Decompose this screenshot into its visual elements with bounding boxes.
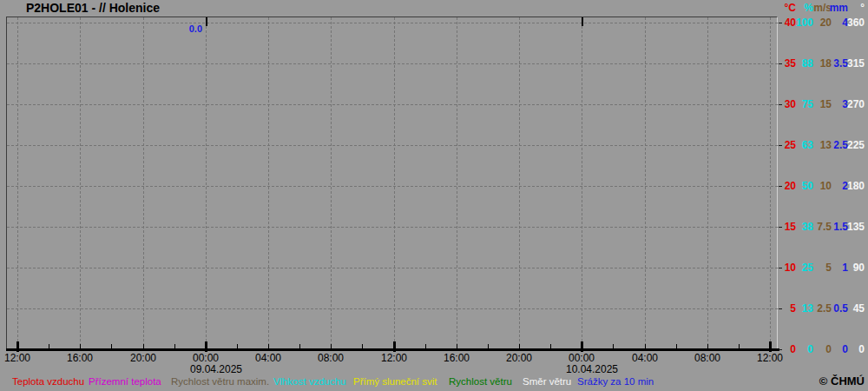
x-date-label: 09.04.2025 (181, 363, 251, 375)
axis-tick-minor (550, 344, 551, 349)
legend-item: Rychlost větru (449, 376, 512, 387)
gridline-vertical (143, 17, 144, 348)
gridline-vertical (707, 17, 708, 348)
axis-tick-major (393, 341, 396, 352)
axis-tick-minor (425, 344, 426, 349)
x-tick-label: 12:00 (0, 352, 36, 364)
x-tick-label: 04:00 (249, 352, 287, 364)
x-tick-label: 12:00 (375, 352, 413, 364)
axis-tick-minor (331, 344, 332, 349)
gridline-vertical (457, 17, 457, 348)
axis-tick-minor (645, 344, 646, 349)
gridline-horizontal (7, 104, 778, 105)
x-tick-label: 16:00 (437, 352, 476, 364)
legend-item: Rychlost větru maxim. (171, 376, 269, 387)
x-tick-label: 00:00 (562, 352, 601, 364)
gridline-horizontal (7, 308, 778, 309)
gridline-vertical (519, 17, 520, 348)
gridline-vertical (331, 17, 332, 348)
axis-tick-minor (739, 344, 740, 349)
legend-item: Vlhkost vzduchu (273, 376, 346, 387)
axis-tick-minor (174, 344, 175, 349)
axis-tick-minor (519, 344, 520, 349)
x-tick-label: 08:00 (312, 352, 350, 364)
legend-item: Přízemní teplota (89, 376, 161, 387)
x-tick-label: 04:00 (626, 352, 664, 364)
gridline-vertical (17, 17, 18, 348)
axis-tick-minor (80, 344, 81, 349)
gridline-horizontal (7, 63, 778, 64)
gridline-vertical (582, 17, 582, 348)
weather-chart: P2HOLE01 - // Holenice 0.0 °C%m/smm°4010… (0, 0, 868, 391)
page-title: P2HOLE01 - // Holenice (26, 1, 160, 15)
precipitation-annotation: 0.0 (181, 23, 202, 34)
x-date-label: 10.04.2025 (557, 363, 627, 375)
axis-tick-minor (676, 344, 677, 349)
axis-tick-major (16, 341, 19, 352)
right-axis-unit: ° (833, 2, 865, 14)
axis-tick-minor (707, 344, 708, 349)
copyright: © ČHMÚ (819, 374, 865, 388)
right-axis-value: 45 (833, 302, 865, 315)
axis-tick-minor (457, 344, 457, 349)
legend-item: Směr větru (523, 376, 571, 387)
gridline-horizontal (7, 186, 778, 187)
axis-tick-minor (111, 344, 112, 349)
axis-tick-minor (613, 344, 614, 349)
midnight-top-tick (582, 17, 583, 26)
right-axis-value: 270 (833, 98, 865, 110)
axis-tick-major (581, 341, 583, 352)
gridline-horizontal (7, 145, 778, 146)
axis-tick-minor (362, 344, 363, 349)
right-axis-value: 90 (833, 262, 865, 274)
legend-item: Srážky za 10 min (577, 376, 654, 387)
gridline-horizontal (7, 23, 778, 23)
right-axis-value: 360 (833, 17, 865, 29)
x-tick-label: 16:00 (61, 352, 99, 364)
axis-tick-minor (237, 344, 238, 349)
legend-item: Teplota vzduchu (12, 376, 84, 387)
axis-tick-minor (143, 344, 144, 349)
axis-tick-major (205, 341, 207, 352)
x-tick-label: 08:00 (688, 352, 727, 364)
gridline-vertical (80, 17, 81, 348)
axis-tick-minor (268, 344, 269, 349)
right-axis-value: 225 (833, 139, 865, 151)
right-axis-value: 0 (833, 343, 865, 355)
right-axis-value: 315 (833, 57, 865, 70)
gridline-vertical (268, 17, 269, 348)
x-tick-label: 12:00 (751, 352, 789, 364)
right-axis-value: 135 (833, 221, 865, 233)
midnight-top-tick (206, 17, 207, 26)
x-tick-label: 00:00 (187, 352, 225, 364)
x-tick-label: 20:00 (500, 352, 538, 364)
gridline-horizontal (7, 227, 778, 228)
gridline-vertical (645, 17, 646, 348)
axis-tick-minor (299, 344, 300, 349)
plot-area (6, 17, 778, 351)
legend-item: Přímý sluneční svit (353, 376, 437, 387)
axis-tick-minor (49, 344, 49, 349)
right-axis-value: 180 (833, 180, 865, 192)
x-tick-label: 20:00 (124, 352, 162, 364)
gridline-horizontal (7, 268, 778, 268)
axis-tick-minor (488, 344, 489, 349)
gridline-vertical (394, 17, 395, 348)
gridline-vertical (206, 17, 207, 348)
